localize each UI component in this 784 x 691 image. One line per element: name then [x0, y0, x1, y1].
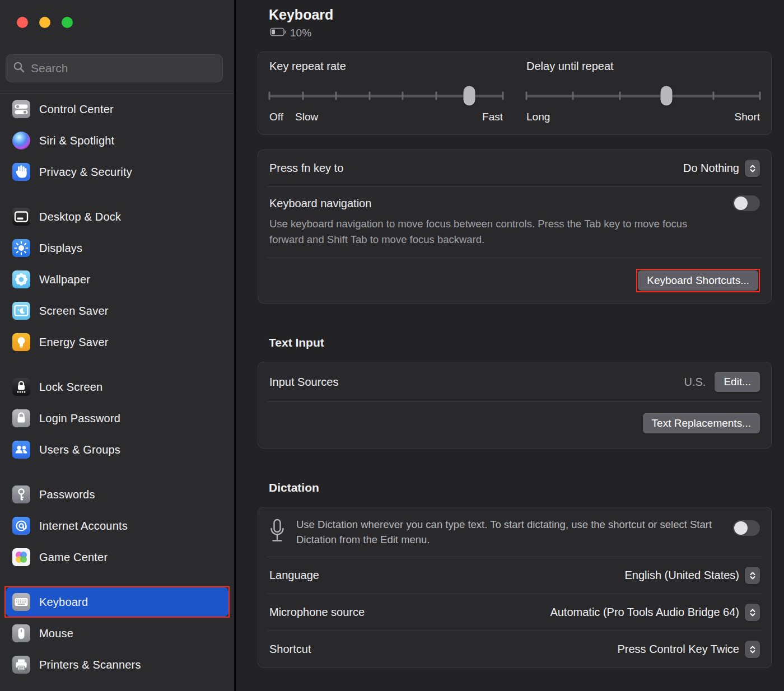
battery-status: 10% [270, 27, 784, 39]
press-fn-key-label: Press fn key to [269, 162, 343, 175]
fn-key-dropdown[interactable] [745, 160, 760, 177]
slider-label-fast: Fast [482, 111, 503, 123]
slider-label-long: Long [526, 111, 550, 123]
sidebar-item-internet-accounts[interactable]: Internet Accounts [6, 510, 228, 541]
keyboard-icon [12, 593, 30, 611]
microphone-source-value: Automatic (Pro Tools Audio Bridge 64) [550, 606, 739, 619]
sidebar-item-lock-screen[interactable]: Lock Screen [6, 371, 228, 403]
input-sources-value: U.S. [684, 376, 706, 389]
sidebar-item-label: Game Center [39, 551, 108, 564]
window-controls [17, 17, 73, 28]
users-groups-icon [12, 441, 30, 459]
sidebar-item-label: Control Center [39, 103, 114, 116]
delay-until-repeat-slider[interactable] [526, 85, 760, 106]
sidebar-item-users-groups[interactable]: Users & Groups [6, 434, 228, 465]
dictation-toggle[interactable] [733, 520, 760, 536]
text-replacements-row: Text Replacements... [258, 402, 771, 448]
sidebar-item-siri-spotlight[interactable]: Siri & Spotlight [6, 125, 228, 156]
input-sources-label: Input Sources [269, 376, 338, 389]
sidebar-item-label: Privacy & Security [39, 166, 132, 179]
system-settings-window: { "colors": { "accent_blue": "#1c55c9", … [0, 0, 784, 691]
sidebar-item-mouse[interactable]: Mouse [6, 618, 228, 649]
sidebar-item-label: Users & Groups [39, 443, 120, 456]
microphone-source-label: Microphone source [269, 606, 365, 619]
press-fn-key-row: Press fn key to Do Nothing [258, 150, 771, 186]
sidebar-item-passwords[interactable]: Passwords [6, 479, 228, 510]
sidebar-item-desktop-dock[interactable]: Desktop & Dock [6, 201, 228, 232]
microphone-source-dropdown[interactable] [745, 604, 760, 621]
sidebar: Control Center Siri & Spotlight Privacy … [0, 0, 234, 691]
keyboard-shortcuts-row: Keyboard Shortcuts... [258, 258, 771, 303]
main-panel: Keyboard 10% Key repeat rate Off Slow Fa… [236, 0, 784, 691]
key-repeat-rate-slider-handle[interactable] [464, 86, 475, 106]
language-label: Language [269, 569, 319, 582]
slider-tick [619, 92, 620, 100]
sidebar-item-label: Keyboard [39, 596, 88, 609]
delay-until-repeat-slider-handle[interactable] [661, 86, 673, 106]
search-field[interactable] [6, 54, 223, 82]
keyboard-navigation-description: Use keyboard navigation to move focus be… [269, 216, 724, 248]
battery-icon [270, 27, 287, 39]
slider-label-slow: Slow [295, 111, 318, 123]
shortcut-value: Press Control Key Twice [618, 643, 740, 656]
slider-tick [269, 92, 270, 100]
internet-accounts-icon [12, 517, 30, 535]
minimize-window-button[interactable] [39, 17, 50, 28]
search-input[interactable] [31, 62, 216, 75]
search-icon [13, 61, 25, 76]
energy-saver-icon [12, 333, 30, 351]
sidebar-item-label: Mouse [39, 627, 73, 640]
slider-tick [712, 92, 714, 100]
passwords-icon [12, 485, 30, 503]
sidebar-item-game-center[interactable]: Game Center [6, 541, 228, 573]
slider-tick [526, 92, 528, 100]
shortcut-row: Shortcut Press Control Key Twice [258, 631, 771, 667]
sidebar-item-login-password[interactable]: Login Password [6, 403, 228, 434]
edit-input-sources-button[interactable]: Edit... [715, 372, 760, 392]
keyboard-shortcuts-button[interactable]: Keyboard Shortcuts... [638, 270, 758, 291]
dictation-description: Use Dictation wherever you can type text… [296, 517, 723, 547]
sidebar-item-keyboard[interactable]: Keyboard [6, 587, 228, 617]
slider-tick [759, 92, 761, 100]
shortcut-dropdown[interactable] [745, 641, 760, 658]
key-repeat-column: Key repeat rate Off Slow Fast [269, 60, 503, 125]
keyboard-shortcuts-annotation-outline: Keyboard Shortcuts... [636, 269, 760, 292]
sidebar-item-label: Printers & Scanners [39, 659, 141, 671]
sidebar-item-energy-saver[interactable]: Energy Saver [6, 326, 228, 358]
shortcut-label: Shortcut [269, 643, 311, 656]
sidebar-item-screen-saver[interactable]: Screen Saver [6, 295, 228, 326]
sidebar-item-label: Internet Accounts [39, 520, 128, 533]
slider-label-short: Short [735, 111, 760, 123]
sidebar-item-label: Lock Screen [39, 381, 102, 394]
sidebar-item-privacy-security[interactable]: Privacy & Security [6, 156, 228, 188]
slider-tick [402, 92, 404, 100]
keyboard-navigation-block: Keyboard navigation Use keyboard navigat… [258, 187, 771, 258]
sidebar-item-label: Siri & Spotlight [39, 134, 114, 147]
text-replacements-button[interactable]: Text Replacements... [643, 413, 760, 433]
sidebar-list: Control Center Siri & Spotlight Privacy … [0, 93, 234, 680]
key-repeat-rate-label: Key repeat rate [269, 60, 503, 73]
dictation-heading: Dictation [269, 481, 784, 494]
login-password-icon [12, 409, 30, 427]
battery-percent: 10% [290, 27, 311, 39]
keyboard-navigation-toggle[interactable] [733, 195, 760, 211]
key-repeat-rate-slider[interactable] [269, 85, 503, 106]
sidebar-item-label: Desktop & Dock [39, 211, 121, 223]
slider-tick [572, 92, 574, 100]
dictation-card: Use Dictation wherever you can type text… [258, 507, 772, 668]
close-window-button[interactable] [17, 17, 28, 28]
game-center-icon [12, 548, 30, 566]
sidebar-item-wallpaper[interactable]: Wallpaper [6, 264, 228, 295]
slider-tick [502, 92, 504, 100]
sidebar-item-label: Login Password [39, 412, 120, 425]
sidebar-item-displays[interactable]: Displays [6, 232, 228, 264]
microphone-icon [269, 517, 286, 547]
sidebar-item-label: Energy Saver [39, 336, 109, 349]
displays-icon [12, 239, 30, 257]
language-dropdown[interactable] [745, 567, 760, 584]
zoom-window-button[interactable] [62, 17, 73, 28]
fn-card: Press fn key to Do Nothing Keyboard navi… [258, 150, 772, 304]
sidebar-item-label: Displays [39, 242, 82, 255]
sidebar-item-control-center[interactable]: Control Center [6, 94, 228, 125]
sidebar-item-printers-scanners[interactable]: Printers & Scanners [6, 649, 228, 680]
